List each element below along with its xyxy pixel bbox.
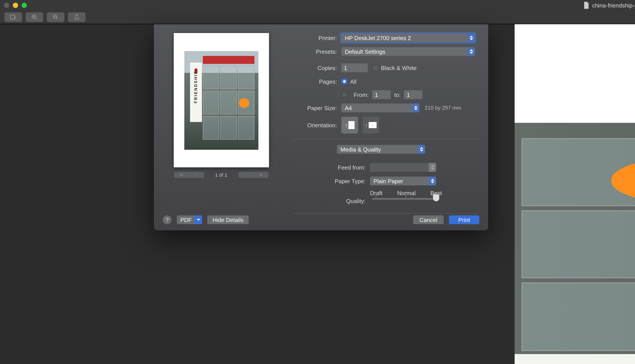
presets-select[interactable]: Default Settings [341, 47, 475, 56]
dialog-footer: ? PDF Hide Details Cancel Print [163, 215, 479, 224]
black-white-label: Black & White [381, 64, 417, 71]
minimize-window-button[interactable] [13, 3, 18, 8]
copies-label: Copies: [293, 64, 341, 71]
quality-normal-label: Normal [397, 190, 416, 196]
quality-slider-thumb[interactable] [433, 194, 439, 201]
copies-input[interactable] [341, 64, 368, 72]
pages-from-input[interactable] [372, 90, 391, 99]
preview-last-button[interactable]: ≫ [253, 172, 268, 178]
preview-next-button[interactable]: › [238, 172, 253, 178]
print-section-select[interactable]: Media & Quality [337, 145, 425, 154]
paper-type-label: Paper Type: [293, 178, 370, 184]
pages-to-input[interactable] [404, 90, 423, 99]
paper-size-select[interactable]: A4 [341, 104, 419, 112]
pages-to-label: to: [394, 92, 401, 98]
pages-label: Pages: [293, 78, 341, 85]
preview-navigation: ≪ ‹ 1 of 1 › ≫ [174, 172, 268, 178]
preview-page-counter: 1 of 1 [204, 172, 238, 178]
window-title: china-friendship-printing-co-t-shirt.jpg [583, 2, 635, 9]
quality-label: Quality: [293, 190, 370, 204]
print-settings: Printer: HP DeskJet 2700 series 2 Preset… [293, 33, 479, 204]
paper-type-select[interactable]: Plain Paper [370, 176, 436, 186]
print-preview-page: 興華工藝古玩行 FRIENDSHIP [173, 33, 269, 167]
orientation-label: Orientation: [293, 122, 341, 128]
cancel-button[interactable]: Cancel [413, 215, 444, 224]
zoom-in-button[interactable] [26, 12, 43, 22]
print-preview-column: 興華工藝古玩行 FRIENDSHIP ≪ ‹ 1 of 1 [163, 33, 280, 204]
maximize-window-button[interactable] [22, 3, 27, 8]
preview-prev-button[interactable]: ‹ [189, 172, 204, 178]
print-dialog: 興華工藝古玩行 FRIENDSHIP ≪ ‹ 1 of 1 [154, 24, 488, 230]
view-mode-button[interactable] [5, 12, 22, 22]
pages-from-label: From: [354, 92, 369, 98]
help-button[interactable]: ? [163, 215, 171, 224]
pdf-button[interactable]: PDF [177, 215, 202, 224]
share-button[interactable] [68, 12, 86, 22]
pages-from-radio[interactable] [341, 92, 347, 98]
document-page: 興華工藝古玩行 FRIENDSHIP [514, 24, 635, 364]
feed-from-label: Feed from: [293, 164, 370, 171]
hide-details-button[interactable]: Hide Details [207, 215, 249, 224]
printer-select[interactable]: HP DeskJet 2700 series 2 [341, 34, 475, 42]
orientation-portrait-button[interactable]: ↑• [341, 117, 358, 134]
document-icon [583, 2, 589, 9]
titlebar: china-friendship-printing-co-t-shirt.jpg [0, 0, 635, 10]
chevron-down-icon [194, 215, 202, 224]
pages-all-radio[interactable] [341, 78, 347, 84]
quality-slider[interactable] [372, 198, 440, 200]
window-title-text: china-friendship-printing-co-t-shirt.jpg [592, 2, 635, 8]
feed-from-select[interactable] [370, 163, 436, 172]
print-button[interactable]: Print [449, 215, 479, 224]
black-white-checkbox[interactable] [372, 65, 378, 71]
pages-all-label: All [350, 78, 356, 85]
toolbar: Search [0, 10, 635, 24]
paper-dimensions: 210 by 297 mm [425, 105, 461, 111]
orientation-landscape-button[interactable]: ↑▸ [362, 117, 379, 134]
svg-rect-0 [11, 15, 15, 20]
close-window-button[interactable] [4, 3, 9, 8]
document-image: 興華工藝古玩行 FRIENDSHIP [526, 24, 635, 364]
zoom-out-button[interactable] [47, 12, 64, 22]
preview-first-button[interactable]: ≪ [174, 172, 189, 178]
presets-label: Presets: [293, 48, 341, 55]
printer-label: Printer: [293, 34, 341, 41]
traffic-lights [0, 3, 27, 8]
quality-draft-label: Draft [370, 190, 382, 196]
paper-size-label: Paper Size: [293, 104, 341, 111]
